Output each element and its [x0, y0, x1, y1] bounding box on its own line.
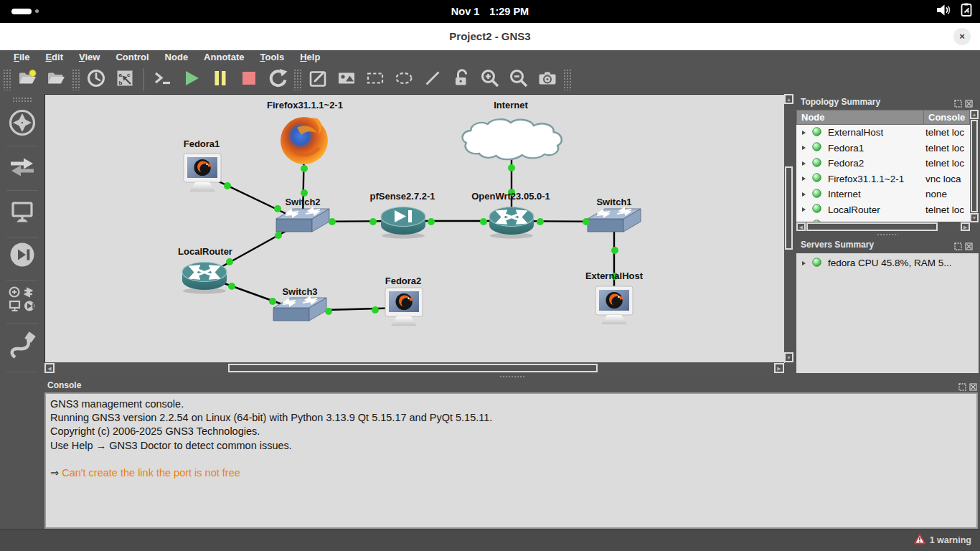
sidebar-add-link-button[interactable]	[7, 331, 37, 363]
node-label-pfsense1[interactable]: pfSense2.7.2-1	[369, 191, 435, 202]
node-label-fedora1[interactable]: Fedora1	[184, 138, 220, 149]
toolbar-show-interface-labels-button[interactable]: acb	[110, 66, 139, 93]
node-label-internet[interactable]: Internet	[494, 100, 528, 110]
toolbar-insert-image-button[interactable]	[332, 66, 361, 93]
topology-hscroll-left-button[interactable]: ◀	[796, 222, 806, 231]
topology-canvas[interactable]: Firefox31.1.1~2-1InternetFedora1Switch2p…	[44, 94, 785, 363]
dock-float-icon[interactable]	[954, 240, 962, 248]
menu-item-help[interactable]: Help	[292, 50, 328, 65]
sidebar-browse-security-devices-button[interactable]	[7, 240, 37, 272]
canvas-vscroll-thumb[interactable]	[785, 166, 793, 250]
table-row[interactable]: fedora CPU 45.8%, RAM 5...	[796, 255, 979, 271]
table-row[interactable]: Firefox31.1.1~2-1vnc loca	[796, 171, 970, 187]
toolbar-snapshot-button[interactable]	[82, 66, 110, 93]
menu-item-file[interactable]: File	[6, 50, 37, 65]
expand-arrow-icon[interactable]	[802, 261, 806, 265]
expand-arrow-icon[interactable]	[802, 161, 806, 166]
toolbar-zoom-in-button[interactable]	[476, 66, 504, 93]
system-clock[interactable]: Nov 11:29 PM	[446, 0, 534, 23]
window-close-button[interactable]: ×	[953, 28, 971, 45]
sidebar-browse-switches-button[interactable]	[7, 153, 37, 184]
node-label-switch1[interactable]: Switch1	[596, 197, 631, 207]
dock-close-icon[interactable]	[965, 240, 973, 248]
expand-arrow-icon[interactable]	[802, 131, 806, 135]
workspace-active-pill[interactable]	[11, 9, 32, 14]
canvas-hscroll-thumb[interactable]	[228, 364, 598, 372]
canvas-hscroll-left-button[interactable]: ◀	[44, 363, 55, 373]
expand-arrow-icon[interactable]	[802, 146, 806, 150]
topology-vscroll-down-button[interactable]: ▼	[970, 213, 979, 222]
table-row[interactable]: Fedora2telnet loc	[796, 156, 970, 171]
canvas-vscroll-down-button[interactable]: ▼	[784, 352, 793, 362]
console-splitter-handle[interactable]	[499, 375, 525, 379]
panel-splitter-handle[interactable]	[877, 233, 898, 237]
topology-hscroll-thumb[interactable]	[806, 222, 938, 231]
system-tray[interactable]	[936, 0, 973, 23]
window-title-bar[interactable]: Project2 - GNS3	[0, 23, 980, 50]
toolbar-suspend-all-button[interactable]	[206, 66, 235, 93]
toolbar-start-all-button[interactable]	[177, 66, 206, 93]
menu-item-node[interactable]: Node	[157, 50, 197, 65]
node-fedora2[interactable]	[385, 288, 423, 326]
node-label-openwrt1[interactable]: OpenWrt23.05.0-1	[471, 191, 550, 202]
canvas-vscroll-up-button[interactable]: ▲	[784, 94, 793, 104]
node-label-fedora2[interactable]: Fedora2	[385, 276, 422, 286]
node-externalhost[interactable]	[595, 286, 633, 324]
sidebar-browse-all-devices-button[interactable]	[7, 286, 37, 318]
rect-dashed-icon	[365, 68, 385, 91]
expand-arrow-icon[interactable]	[802, 176, 806, 181]
toolbar-reload-all-button[interactable]	[263, 66, 292, 93]
node-switch1[interactable]	[588, 209, 641, 232]
table-row[interactable]: LocalRoutertelnet loc	[796, 202, 970, 218]
expand-arrow-icon[interactable]	[802, 192, 806, 197]
status-warning-text[interactable]: 1 warning	[930, 535, 971, 545]
toolbar-draw-ellipse-button[interactable]	[390, 66, 418, 93]
node-localrouter[interactable]	[182, 263, 227, 294]
menu-item-edit[interactable]: Edit	[37, 50, 71, 65]
topology-vscroll-thumb[interactable]	[971, 120, 978, 212]
toolbar-open-project-button[interactable]	[42, 66, 70, 93]
node-label-localrouter[interactable]: LocalRouter	[178, 246, 232, 257]
topology-vscroll-up-button[interactable]: ▲	[970, 110, 979, 119]
menu-item-control[interactable]: Control	[108, 50, 156, 65]
toolbar-draw-line-button[interactable]	[418, 66, 447, 93]
table-row[interactable]: Internetnone	[796, 187, 970, 202]
workspace-inactive-dot[interactable]	[35, 9, 39, 13]
menu-item-annotate[interactable]: Annotate	[196, 50, 252, 65]
dock-float-icon[interactable]	[958, 381, 966, 389]
toolbar-add-note-button[interactable]	[303, 66, 332, 93]
table-row[interactable]: OpenWrt23.05.0-1telnet lo	[796, 217, 970, 222]
expand-arrow-icon[interactable]	[802, 207, 806, 212]
sidebar-browse-end-devices-button[interactable]	[7, 198, 37, 230]
topology-hscroll-right-button[interactable]: ▶	[961, 222, 970, 231]
toolbar-new-project-button[interactable]	[13, 66, 42, 93]
toolbar-lock-items-button[interactable]	[447, 66, 476, 93]
table-row[interactable]: ExternalHosttelnet loc	[796, 125, 970, 141]
toolbar-stop-all-button[interactable]	[235, 66, 263, 93]
dock-close-icon[interactable]	[965, 98, 973, 105]
node-label-switch2[interactable]: Switch2	[285, 197, 320, 207]
menu-item-tools[interactable]: Tools	[252, 50, 292, 65]
toolbar-draw-rectangle-button[interactable]	[361, 66, 390, 93]
node-switch3[interactable]	[273, 298, 326, 321]
node-firefox1[interactable]	[281, 117, 328, 164]
column-divider[interactable]	[923, 110, 924, 124]
sidebar-browse-routers-button[interactable]	[7, 108, 37, 140]
sidebar-grip[interactable]	[12, 97, 32, 103]
table-row[interactable]: Fedora1telnet loc	[796, 141, 970, 156]
node-internet[interactable]	[463, 119, 562, 159]
node-label-externalhost[interactable]: ExternalHost	[585, 270, 643, 281]
dock-close-icon[interactable]	[969, 381, 977, 389]
console-output[interactable]: GNS3 management console.Running GNS3 ver…	[44, 392, 978, 529]
node-label-switch3[interactable]: Switch3	[282, 286, 317, 297]
menu-item-view[interactable]: View	[71, 50, 108, 65]
canvas-hscroll-right-button[interactable]: ▶	[774, 363, 784, 373]
node-label-firefox1[interactable]: Firefox31.1.1~2-1	[267, 100, 343, 110]
node-fedora1[interactable]	[184, 154, 221, 192]
toolbar-console-to-all-button[interactable]	[149, 66, 177, 93]
dock-float-icon[interactable]	[954, 98, 962, 105]
node-pfsense1[interactable]	[381, 207, 425, 239]
toolbar-screenshot-button[interactable]	[533, 66, 562, 93]
node-openwrt1[interactable]	[489, 207, 534, 239]
toolbar-zoom-out-button[interactable]	[504, 66, 533, 93]
